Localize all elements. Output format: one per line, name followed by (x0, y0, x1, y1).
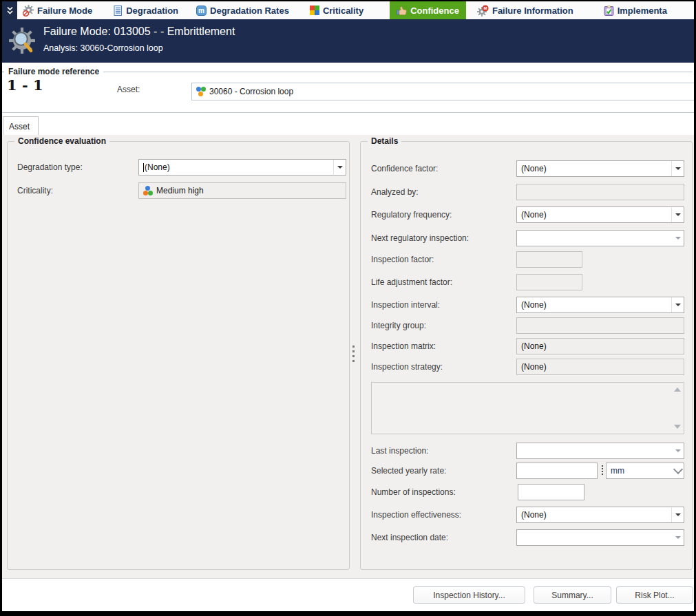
footer-bar: Inspection History... Summary... Risk Pl… (2, 579, 694, 611)
record-counter: 1 - 1 (7, 76, 43, 94)
yearly-rate-unit-value: mm (611, 466, 624, 476)
app-window: Failure Mode Degradation m Degradation R… (0, 0, 696, 616)
scroll-down-icon[interactable] (674, 425, 681, 429)
dropdown-arrow-icon[interactable] (671, 161, 684, 176)
summary-button[interactable]: Summary... (534, 586, 611, 604)
next-regulatory-inspection-select[interactable] (516, 230, 684, 246)
page-title: Failure Mode: 013005 - - Embrittlement (43, 25, 235, 38)
inspection-interval-value: (None) (521, 300, 547, 310)
details-title: Details (368, 136, 401, 146)
gear-magnifier-icon (8, 26, 36, 55)
svg-text:m: m (198, 7, 204, 14)
regulatory-frequency-select[interactable]: (None) (516, 206, 684, 223)
criticality-icon (143, 186, 153, 195)
risk-plot-button-label: Risk Plot... (635, 591, 674, 600)
confidence-factor-value: (None) (521, 164, 547, 173)
regulatory-frequency-label: Regulatory frequency: (371, 206, 452, 223)
inspection-history-button[interactable]: Inspection History... (413, 586, 525, 604)
record-header: Failure Mode: 013005 - - Embrittlement A… (2, 19, 694, 63)
tab-label: Failure Mode (37, 6, 92, 16)
collapse-toolbar-button[interactable] (2, 1, 17, 19)
degradation-type-label: Degradation type: (17, 159, 83, 176)
panel-splitter[interactable] (352, 346, 355, 366)
confidence-evaluation-panel: Confidence evaluation Degradation type: … (7, 141, 350, 570)
tab-asset[interactable]: Asset (3, 116, 39, 136)
thumbs-up-icon (397, 6, 407, 16)
life-adjustment-factor-field (516, 274, 582, 290)
regulatory-frequency-value: (None) (521, 210, 547, 220)
next-regulatory-inspection-label: Next regulatory inspection: (371, 230, 469, 246)
inspection-strategy-field: (None) (516, 359, 684, 375)
tab-asset-label: Asset (9, 122, 30, 131)
dropdown-arrow-icon[interactable] (671, 297, 684, 312)
dropdown-arrow-icon[interactable] (672, 530, 684, 545)
tab-label: Failure Information (492, 6, 573, 16)
inspection-effectiveness-select[interactable]: (None) (516, 507, 684, 523)
confidence-factor-select[interactable]: (None) (516, 160, 684, 177)
tab-degradation-rates[interactable]: m Degradation Rates (196, 1, 289, 19)
asset-value: 30060 - Corrosion loop (209, 87, 293, 96)
tab-confidence[interactable]: Confidence (390, 1, 466, 19)
criticality-value: Medium high (156, 186, 204, 195)
risk-plot-button[interactable]: Risk Plot... (616, 586, 693, 604)
asset-label: Asset: (117, 85, 140, 94)
analyzed-by-field (516, 184, 684, 200)
detail-tab-strip: Asset (2, 112, 694, 136)
tab-label: Degradation (126, 6, 178, 16)
life-adjustment-factor-label: Life adjustment factor: (371, 274, 452, 290)
svg-text:M: M (483, 6, 487, 10)
page-subtitle: Analysis: 30060-Corrosion loop (43, 43, 163, 53)
asset-icon (196, 87, 206, 96)
analyzed-by-label: Analyzed by: (371, 184, 419, 200)
tab-failure-information[interactable]: M Failure Information (477, 1, 573, 19)
text-caret (143, 163, 144, 172)
inspection-matrix-field: (None) (516, 338, 684, 354)
field-grip-handle[interactable] (602, 465, 603, 476)
dropdown-arrow-icon[interactable] (672, 443, 684, 458)
criticality-label: Criticality: (17, 182, 53, 199)
m-badge-icon: m (196, 6, 207, 16)
dropdown-arrow-icon[interactable] (671, 207, 684, 222)
number-of-inspections-label: Number of inspections: (371, 484, 456, 500)
dropdown-arrow-icon[interactable] (672, 231, 684, 246)
tab-label: Criticality (323, 6, 363, 16)
inspection-matrix-label: Inspection matrix: (371, 338, 436, 354)
details-panel: Details Confidence factor: (None) Analyz… (360, 141, 693, 570)
number-of-inspections-field[interactable] (518, 484, 584, 500)
tab-failure-mode[interactable]: Failure Mode (23, 1, 92, 19)
chevron-down-icon[interactable] (672, 463, 684, 478)
selected-yearly-rate-label: Selected yearly rate: (371, 463, 446, 479)
criticality-field: Medium high (138, 182, 346, 199)
inspection-factor-field (516, 251, 582, 268)
dropdown-arrow-icon[interactable] (671, 507, 684, 522)
inspection-strategy-value: (None) (521, 362, 547, 372)
confidence-evaluation-title: Confidence evaluation (14, 136, 109, 146)
gear-prohibited-icon (23, 5, 34, 16)
degradation-type-value: (None) (145, 162, 170, 172)
confidence-factor-label: Confidence factor: (371, 160, 438, 177)
tab-criticality[interactable]: Criticality (310, 1, 363, 19)
inspection-interval-select[interactable]: (None) (516, 297, 684, 313)
last-inspection-select[interactable] (516, 443, 684, 459)
document-icon (113, 6, 123, 16)
inspection-interval-label: Inspection interval: (371, 297, 440, 313)
tab-degradation[interactable]: Degradation (113, 1, 178, 19)
tab-label: Implementa (618, 6, 667, 16)
double-chevron-down-icon (6, 6, 14, 15)
tab-implementation[interactable]: Implementa (604, 1, 667, 19)
inspection-history-button-label: Inspection History... (433, 591, 505, 600)
selected-yearly-rate-field[interactable] (516, 463, 598, 479)
degradation-type-select[interactable]: (None) (138, 159, 346, 176)
dropdown-arrow-icon[interactable] (333, 160, 346, 175)
clipboard-check-icon (604, 6, 614, 16)
integrity-group-label: Integrity group: (371, 317, 426, 334)
summary-button-label: Summary... (551, 591, 593, 600)
content-area: Confidence evaluation Degradation type: … (2, 135, 694, 578)
yearly-rate-unit-select[interactable]: mm (606, 463, 684, 479)
strategy-notes-textarea (371, 382, 684, 434)
scroll-up-icon[interactable] (674, 387, 681, 392)
inspection-strategy-label: Inspection strategy: (371, 359, 443, 375)
next-inspection-date-select[interactable] (516, 529, 684, 546)
integrity-group-field (516, 317, 684, 334)
asset-field[interactable]: 30060 - Corrosion loop (191, 83, 696, 100)
